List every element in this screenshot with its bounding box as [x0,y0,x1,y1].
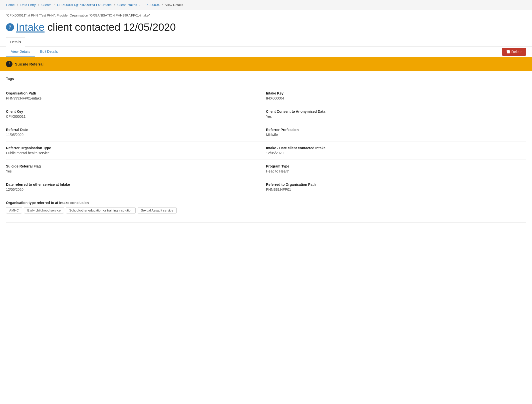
tab-details[interactable]: Details [6,37,25,46]
field-label: Client Key [6,110,260,114]
breadcrumb-clients[interactable]: Clients [41,3,51,7]
context-info: "CFIX000011" at PHN "Test PHN", Provider… [0,10,532,19]
field-item: Referrer ProfessionMidwife [266,123,526,142]
suicide-banner: ! Suicide Referral [0,57,532,71]
breadcrumb-current: View Details [165,3,183,7]
org-type-label: Organisation type referred to at Intake … [6,201,526,205]
field-item: Client Consent to Anonymised DataYes [266,105,526,123]
field-value: Head to Health [266,169,520,173]
bottom-divider [6,222,526,232]
delete-button[interactable]: Delete [502,48,526,56]
trash-icon [507,50,510,54]
tag-pill: Sexual Assault service [138,207,177,214]
field-item: Client KeyCFIX000011 [6,105,266,123]
field-label: Intake Key [266,91,520,95]
tab-edit-details[interactable]: Edit Details [35,46,63,57]
field-label: Referred to Organisation Path [266,182,520,186]
field-value: 12/05/2020 [6,188,260,192]
field-label: Intake - Date client contacted Intake [266,146,520,150]
tag-pill: School/other education or training insti… [66,207,136,214]
intake-link[interactable]: Intake [16,21,44,33]
tags-section: Tags [6,77,526,81]
field-value: 11/05/2020 [6,133,260,137]
field-item: Suicide Referral FlagYes [6,160,266,178]
fields-grid: Organisation PathPHN999:NFP01-intakeInta… [6,87,526,196]
svg-rect-0 [508,50,509,50]
field-item: Referral Date11/05/2020 [6,123,266,142]
page-header: ? Intake client contacted 12/05/2020 [0,19,532,37]
field-item: Intake - Date client contacted Intake12/… [266,142,526,160]
breadcrumb-cfix[interactable]: CFIX000011@PHN999:NFP01-intake [57,3,111,7]
field-item: Date referred to other service at Intake… [6,178,266,196]
field-label: Referrer Profession [266,128,520,132]
suicide-text: Suicide Referral [15,62,43,66]
field-label: Date referred to other service at Intake [6,182,260,186]
main-tabs: Details [0,37,532,46]
tags-label: Tags [6,77,526,81]
sub-tabs: View Details Edit Details Delete [0,46,532,57]
field-value: Yes [6,169,260,173]
field-label: Client Consent to Anonymised Data [266,110,520,114]
warning-icon: ! [6,61,12,67]
field-value: PHN999:NFP01-intake [6,96,260,100]
field-label: Suicide Referral Flag [6,164,260,168]
tag-pill: Early childhood service [24,207,64,214]
tab-view-details[interactable]: View Details [6,46,35,57]
field-value: Yes [266,114,520,118]
field-value: 12/05/2020 [266,151,520,155]
field-item: Referred to Organisation PathPHN999:NFP0… [266,178,526,196]
field-item: Organisation PathPHN999:NFP01-intake [6,87,266,105]
breadcrumb-data-entry[interactable]: Data Entry [20,3,36,7]
field-label: Organisation Path [6,91,260,95]
tag-pills: AMHCEarly childhood serviceSchool/other … [6,207,526,214]
field-value: CFIX000011 [6,114,260,118]
breadcrumb-home[interactable]: Home [6,3,15,7]
field-value: Public mental health service [6,151,260,155]
content-area: Tags Organisation PathPHN999:NFP01-intak… [0,71,532,238]
breadcrumb: Home / Data Entry / Clients / CFIX000011… [0,0,532,10]
field-label: Program Type [266,164,520,168]
field-label: Referral Date [6,128,260,132]
field-value: IFIX000004 [266,96,520,100]
help-icon[interactable]: ? [6,23,14,31]
page-title: Intake client contacted 12/05/2020 [16,21,176,33]
org-type-section: Organisation type referred to at Intake … [6,196,526,218]
svg-rect-1 [507,50,510,51]
field-label: Referrer Organisation Type [6,146,260,150]
tag-pill: AMHC [6,207,22,214]
breadcrumb-client-intakes[interactable]: Client Intakes [117,3,137,7]
field-value: PHN999:NFP01 [266,188,520,192]
field-item: Referrer Organisation TypePublic mental … [6,142,266,160]
breadcrumb-ifix[interactable]: IFIX000004 [143,3,159,7]
field-value: Midwife [266,133,520,137]
field-item: Program TypeHead to Health [266,160,526,178]
field-item: Intake KeyIFIX000004 [266,87,526,105]
